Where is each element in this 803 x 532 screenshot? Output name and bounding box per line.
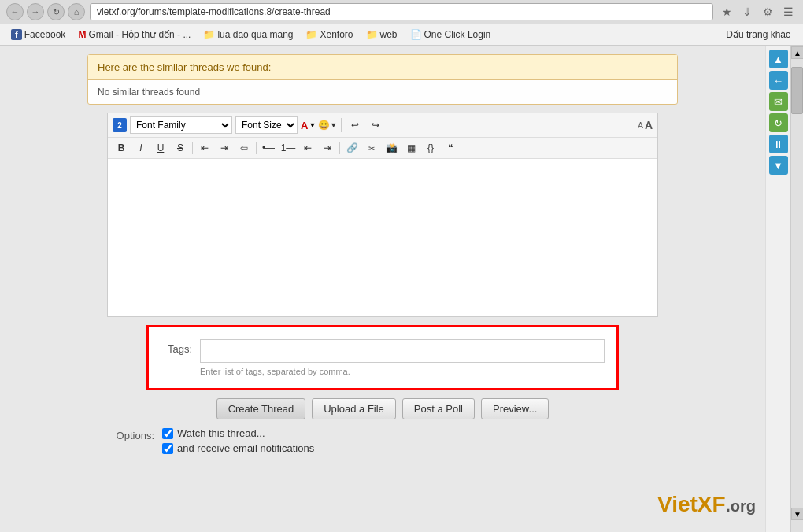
- separator-2: [192, 142, 193, 154]
- options-checkboxes: Watch this thread... and receive email n…: [162, 427, 314, 454]
- undo-button[interactable]: ↩: [346, 116, 364, 134]
- create-thread-button[interactable]: Create Thread: [216, 398, 306, 419]
- browser-chrome: ← → ↻ ⌂ vietxf.org/forums/template-modif…: [0, 0, 803, 46]
- right-sidebar: ▲ ← ✉ ↻ ⏸ ▼: [765, 46, 790, 532]
- refresh-icon: ↻: [774, 117, 783, 129]
- page-icon: 📄: [410, 29, 422, 40]
- align-right-button[interactable]: ⇦: [235, 140, 253, 156]
- web-label: web: [380, 29, 398, 40]
- editor-logo: 2: [113, 118, 127, 132]
- similar-threads-box: Here are the similar threads we found: N…: [87, 54, 678, 105]
- code-button[interactable]: {}: [422, 140, 439, 156]
- emoji-icon: 😀: [318, 120, 330, 131]
- scrollbar-thumb[interactable]: [791, 67, 803, 114]
- folder-icon-3: 📁: [366, 29, 378, 40]
- font-size-toggle[interactable]: A A: [638, 119, 653, 131]
- gmail-label: Gmail - Hộp thư đến - ...: [88, 29, 191, 40]
- separator-4: [339, 142, 340, 154]
- lua-dao-label: lua dao qua mang: [217, 29, 293, 40]
- font-family-select[interactable]: Font Family Arial Times New Roman Courie…: [130, 116, 232, 134]
- preview-button[interactable]: Preview...: [481, 398, 549, 419]
- nav-buttons: ← → ↻ ⌂: [6, 3, 85, 20]
- bookmark-other[interactable]: Dấu trang khác: [720, 28, 797, 42]
- italic-button[interactable]: I: [132, 140, 150, 156]
- outdent-icon: ⇤: [304, 142, 312, 153]
- scrollbar-arrow-down[interactable]: ▼: [791, 508, 803, 520]
- page-content: Here are the similar threads we found: N…: [0, 46, 803, 532]
- table-icon: ▦: [407, 142, 416, 153]
- bold-button[interactable]: B: [113, 140, 130, 156]
- redo-icon: ↪: [372, 120, 379, 131]
- bookmark-xenforo[interactable]: 📁 Xenforo: [301, 28, 357, 42]
- unlink-button[interactable]: ✂: [363, 140, 380, 156]
- font-color-a: A: [301, 120, 308, 131]
- download-button[interactable]: ⇓: [738, 3, 756, 20]
- emoji-button[interactable]: 😀 ▼: [319, 116, 336, 134]
- image-icon: 📸: [386, 142, 398, 153]
- separator-1: [341, 118, 342, 132]
- sidebar-mail-button[interactable]: ✉: [769, 92, 788, 111]
- underline-button[interactable]: U: [152, 140, 169, 156]
- tags-input[interactable]: [200, 339, 605, 363]
- quote-button[interactable]: ❝: [442, 140, 459, 156]
- pause-icon: ⏸: [773, 139, 783, 150]
- strikethrough-button[interactable]: S: [172, 140, 189, 156]
- bullets-button[interactable]: •—: [260, 140, 277, 156]
- bookmark-facebook[interactable]: f Facebook: [6, 28, 70, 42]
- down-arrow-icon: ▼: [773, 160, 783, 172]
- image-button[interactable]: 📸: [383, 140, 400, 156]
- bookmark-one-click-login[interactable]: 📄 One Click Login: [405, 28, 496, 42]
- star-button[interactable]: ★: [718, 3, 735, 20]
- sidebar-refresh-button[interactable]: ↻: [769, 113, 788, 132]
- up-arrow-icon: ▲: [773, 54, 783, 65]
- extension-button[interactable]: ⚙: [759, 3, 776, 20]
- font-color-button[interactable]: A ▼: [301, 120, 316, 131]
- outdent-button[interactable]: ⇤: [299, 140, 316, 156]
- upload-file-button[interactable]: Upload a File: [312, 398, 396, 419]
- table-button[interactable]: ▦: [402, 140, 420, 156]
- post-poll-button[interactable]: Post a Poll: [402, 398, 475, 419]
- facebook-icon: f: [11, 29, 22, 40]
- refresh-button[interactable]: ↻: [47, 3, 65, 20]
- indent-button[interactable]: ⇥: [319, 140, 336, 156]
- font-size-small-a: A: [638, 121, 643, 130]
- align-right-icon: ⇦: [240, 142, 248, 153]
- menu-button[interactable]: ☰: [779, 3, 797, 20]
- bookmark-gmail[interactable]: M Gmail - Hộp thư đến - ...: [73, 28, 195, 42]
- align-center-button[interactable]: ⇥: [216, 140, 233, 156]
- home-button[interactable]: ⌂: [68, 3, 85, 20]
- sidebar-pause-button[interactable]: ⏸: [769, 135, 788, 153]
- options-label: Options:: [107, 427, 154, 441]
- sidebar-up-button[interactable]: ▲: [769, 50, 788, 68]
- italic-icon: I: [139, 142, 142, 153]
- align-left-button[interactable]: ⇤: [196, 140, 213, 156]
- forward-button[interactable]: →: [27, 3, 44, 20]
- numbered-button[interactable]: 1—: [279, 140, 297, 156]
- dropdown-arrow: ▼: [309, 121, 316, 129]
- page-scrollbar[interactable]: ▲ ▼: [790, 46, 803, 532]
- font-size-select[interactable]: Font Size 8 10 12 14 16: [235, 116, 298, 134]
- email-notification-checkbox[interactable]: [162, 443, 173, 454]
- link-button[interactable]: 🔗: [343, 140, 361, 156]
- address-bar[interactable]: vietxf.org/forums/template-modifications…: [90, 3, 713, 20]
- browser-actions: ★ ⇓ ⚙ ☰: [718, 3, 797, 20]
- quote-icon: ❝: [448, 142, 453, 153]
- similar-threads-header: Here are the similar threads we found:: [88, 55, 677, 80]
- bookmark-lua-dao[interactable]: 📁 lua dao qua mang: [198, 28, 298, 42]
- editor-body[interactable]: [108, 159, 657, 316]
- options-section: Options: Watch this thread... and receiv…: [107, 427, 658, 454]
- back-button[interactable]: ←: [6, 3, 24, 20]
- redo-button[interactable]: ↪: [367, 116, 384, 134]
- bookmark-web[interactable]: 📁 web: [361, 28, 402, 42]
- editor-container: 2 Font Family Arial Times New Roman Cour…: [107, 113, 658, 317]
- vietxf-logo: VietXF.org: [657, 492, 756, 517]
- sidebar-down-button[interactable]: ▼: [769, 156, 788, 175]
- watch-thread-checkbox[interactable]: [162, 428, 173, 439]
- font-size-large-a: A: [645, 119, 653, 131]
- bullets-icon: •—: [262, 142, 275, 153]
- email-notification-label: and receive email notifications: [177, 442, 314, 454]
- back-arrow-icon: ←: [773, 75, 783, 87]
- similar-threads-body: No similar threads found: [88, 80, 677, 104]
- sidebar-back-button[interactable]: ←: [769, 71, 788, 90]
- scrollbar-arrow-up[interactable]: ▲: [791, 46, 803, 59]
